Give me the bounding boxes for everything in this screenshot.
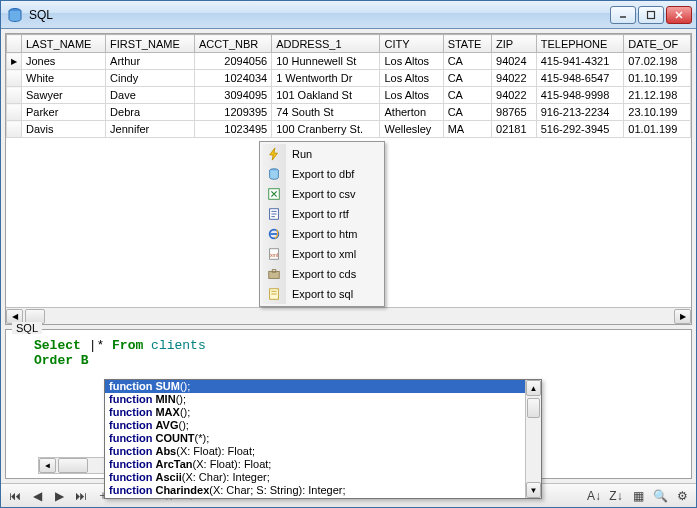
cell[interactable]: Debra: [106, 104, 195, 121]
column-header[interactable]: STATE: [443, 35, 491, 53]
cell[interactable]: 415-948-9998: [536, 87, 624, 104]
autocomplete-popup[interactable]: function SUM();function MIN();function M…: [104, 379, 542, 499]
cell[interactable]: CA: [443, 70, 491, 87]
sort-asc-button[interactable]: A↓: [584, 486, 604, 506]
column-header[interactable]: ADDRESS_1: [272, 35, 380, 53]
cell[interactable]: 415-948-6547: [536, 70, 624, 87]
autocomplete-item[interactable]: function AVG();: [105, 419, 541, 432]
cell[interactable]: 3094095: [195, 87, 272, 104]
cell[interactable]: 1023495: [195, 121, 272, 138]
cell[interactable]: 100 Cranberry St.: [272, 121, 380, 138]
filter-button[interactable]: ▦: [628, 486, 648, 506]
scroll-right-button[interactable]: ▶: [674, 309, 691, 324]
cell[interactable]: Parker: [22, 104, 106, 121]
settings-button[interactable]: ⚙: [672, 486, 692, 506]
nav-button-1[interactable]: ◀: [27, 486, 47, 506]
cell[interactable]: 01.01.199: [624, 121, 691, 138]
cell[interactable]: Dave: [106, 87, 195, 104]
menu-item-export-to-cds[interactable]: Export to cds: [262, 264, 382, 284]
autocomplete-item[interactable]: function Abs(X: Float): Float;: [105, 445, 541, 458]
maximize-button[interactable]: [638, 6, 664, 24]
cell[interactable]: 1 Wentworth Dr: [272, 70, 380, 87]
cell[interactable]: 98765: [492, 104, 537, 121]
cell[interactable]: 101 Oakland St: [272, 87, 380, 104]
grid-h-scrollbar[interactable]: ◀ ▶: [6, 307, 691, 324]
autocomplete-item[interactable]: function MIN();: [105, 393, 541, 406]
cell[interactable]: 94022: [492, 87, 537, 104]
scroll-thumb[interactable]: [527, 398, 540, 418]
column-header[interactable]: TELEPHONE: [536, 35, 624, 53]
cell[interactable]: 1024034: [195, 70, 272, 87]
table-row[interactable]: SawyerDave3094095101 Oakland StLos Altos…: [7, 87, 691, 104]
autocomplete-item[interactable]: function MAX();: [105, 406, 541, 419]
autocomplete-item[interactable]: function SUM();: [105, 380, 541, 393]
autocomplete-item[interactable]: function Charindex(X: Char; S: String): …: [105, 484, 541, 497]
nav-button-0[interactable]: ⏮: [5, 486, 25, 506]
table-row[interactable]: WhiteCindy10240341 Wentworth DrLos Altos…: [7, 70, 691, 87]
scroll-up-button[interactable]: ▲: [526, 380, 541, 396]
cell[interactable]: Los Altos: [380, 87, 443, 104]
autocomplete-scrollbar[interactable]: ▲ ▼: [525, 380, 541, 498]
cell[interactable]: Los Altos: [380, 53, 443, 70]
cell[interactable]: Arthur: [106, 53, 195, 70]
menu-item-export-to-xml[interactable]: xmlExport to xml: [262, 244, 382, 264]
sort-desc-button[interactable]: Z↓: [606, 486, 626, 506]
menu-item-export-to-csv[interactable]: Export to csv: [262, 184, 382, 204]
table-row[interactable]: DavisJennifer1023495100 Cranberry St.Wel…: [7, 121, 691, 138]
table-row[interactable]: JonesArthur209405610 Hunnewell StLos Alt…: [7, 53, 691, 70]
minimize-button[interactable]: [610, 6, 636, 24]
autocomplete-item[interactable]: function COUNT(*);: [105, 432, 541, 445]
scroll-track[interactable]: [526, 420, 541, 482]
nav-button-3[interactable]: ⏭: [71, 486, 91, 506]
cell[interactable]: 07.02.198: [624, 53, 691, 70]
menu-item-export-to-rtf[interactable]: Export to rtf: [262, 204, 382, 224]
cell[interactable]: 2094056: [195, 53, 272, 70]
cell[interactable]: 94024: [492, 53, 537, 70]
menu-item-run[interactable]: Run: [262, 144, 382, 164]
context-menu[interactable]: RunExport to dbfExport to csvExport to r…: [259, 141, 385, 307]
column-header[interactable]: LAST_NAME: [22, 35, 106, 53]
scroll-left-button[interactable]: ◀: [39, 458, 56, 473]
scroll-down-button[interactable]: ▼: [526, 482, 541, 498]
cell[interactable]: 02181: [492, 121, 537, 138]
sql-token: *: [96, 338, 104, 353]
column-header[interactable]: DATE_OF: [624, 35, 691, 53]
close-button[interactable]: [666, 6, 692, 24]
table-row[interactable]: ParkerDebra120939574 South StAthertonCA9…: [7, 104, 691, 121]
autocomplete-item[interactable]: function Ascii(X: Char): Integer;: [105, 471, 541, 484]
menu-item-export-to-dbf[interactable]: Export to dbf: [262, 164, 382, 184]
cell[interactable]: White: [22, 70, 106, 87]
column-header[interactable]: ZIP: [492, 35, 537, 53]
scroll-thumb[interactable]: [58, 458, 88, 473]
menu-item-export-to-htm[interactable]: Export to htm: [262, 224, 382, 244]
cell[interactable]: MA: [443, 121, 491, 138]
cell[interactable]: Jennifer: [106, 121, 195, 138]
cell[interactable]: Los Altos: [380, 70, 443, 87]
cell[interactable]: Cindy: [106, 70, 195, 87]
column-header[interactable]: FIRST_NAME: [106, 35, 195, 53]
column-header[interactable]: CITY: [380, 35, 443, 53]
cell[interactable]: 415-941-4321: [536, 53, 624, 70]
cell[interactable]: 21.12.198: [624, 87, 691, 104]
cell[interactable]: 23.10.199: [624, 104, 691, 121]
cell[interactable]: Davis: [22, 121, 106, 138]
cell[interactable]: 10 Hunnewell St: [272, 53, 380, 70]
cell[interactable]: 516-292-3945: [536, 121, 624, 138]
column-header[interactable]: ACCT_NBR: [195, 35, 272, 53]
cell[interactable]: CA: [443, 53, 491, 70]
cell[interactable]: Sawyer: [22, 87, 106, 104]
cell[interactable]: 1209395: [195, 104, 272, 121]
search-button[interactable]: 🔍: [650, 486, 670, 506]
autocomplete-item[interactable]: function ArcTan(X: Float): Float;: [105, 458, 541, 471]
cell[interactable]: 74 South St: [272, 104, 380, 121]
cell[interactable]: 916-213-2234: [536, 104, 624, 121]
cell[interactable]: CA: [443, 104, 491, 121]
nav-button-2[interactable]: ▶: [49, 486, 69, 506]
cell[interactable]: Jones: [22, 53, 106, 70]
cell[interactable]: Atherton: [380, 104, 443, 121]
cell[interactable]: CA: [443, 87, 491, 104]
menu-item-export-to-sql[interactable]: Export to sql: [262, 284, 382, 304]
cell[interactable]: Wellesley: [380, 121, 443, 138]
cell[interactable]: 01.10.199: [624, 70, 691, 87]
cell[interactable]: 94022: [492, 70, 537, 87]
